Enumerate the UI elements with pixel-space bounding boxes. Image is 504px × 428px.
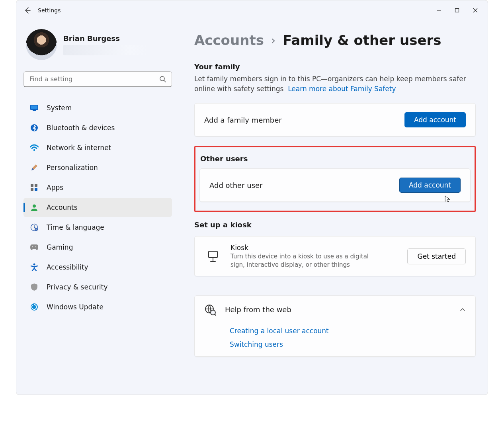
- sidebar-item-gaming[interactable]: Gaming: [23, 238, 172, 257]
- network-icon: [30, 143, 39, 152]
- svg-point-16: [33, 264, 35, 266]
- sidebar-item-label: Time & language: [47, 223, 104, 231]
- chevron-up-icon: [459, 307, 466, 313]
- svg-point-1: [160, 76, 164, 81]
- help-link-switching-users[interactable]: Switching users: [230, 340, 466, 348]
- help-title: Help from the web: [225, 305, 291, 314]
- sidebar-item-label: Gaming: [47, 243, 73, 251]
- main-content: Accounts › Family & other users Your fam…: [178, 20, 488, 395]
- add-family-account-button[interactable]: Add account: [404, 112, 466, 127]
- sidebar-item-accessibility[interactable]: Accessibility: [23, 258, 172, 277]
- breadcrumb-parent[interactable]: Accounts: [194, 32, 264, 48]
- maximize-icon: [455, 8, 459, 13]
- window-controls: [430, 4, 484, 17]
- sidebar-item-time[interactable]: Time & language: [23, 218, 172, 237]
- back-arrow-icon: [23, 6, 31, 14]
- sidebar-item-label: Windows Update: [47, 303, 104, 311]
- accessibility-icon: [30, 263, 39, 272]
- sidebar-item-update[interactable]: Windows Update: [23, 297, 172, 317]
- system-icon: [30, 104, 39, 112]
- app-title: Settings: [35, 7, 61, 14]
- search-box[interactable]: [23, 71, 172, 87]
- sidebar-item-accounts[interactable]: Accounts: [23, 198, 172, 217]
- add-family-member-card: Add a family member Add account: [194, 103, 476, 137]
- svg-rect-7: [31, 184, 33, 187]
- svg-rect-10: [35, 188, 37, 191]
- sidebar-item-label: System: [47, 104, 72, 112]
- other-users-highlight: Other users Add other user Add account: [194, 146, 476, 212]
- privacy-icon: [30, 283, 39, 291]
- time-icon: [30, 223, 39, 232]
- profile-email-redacted: [63, 45, 147, 55]
- settings-window: Settings Brian Burgess: [16, 0, 488, 395]
- sidebar-item-label: Apps: [47, 184, 63, 192]
- add-other-user-card: Add other user Add account: [199, 168, 471, 202]
- other-users-title: Other users: [200, 154, 471, 163]
- close-icon: [473, 8, 478, 13]
- breadcrumb-current: Family & other users: [283, 32, 441, 48]
- breadcrumb: Accounts › Family & other users: [194, 32, 476, 48]
- update-icon: [30, 303, 39, 311]
- family-section-title: Your family: [194, 63, 476, 71]
- svg-point-14: [32, 246, 33, 247]
- kiosk-title: Kiosk: [231, 244, 382, 252]
- kiosk-icon: [204, 248, 222, 265]
- chevron-right-icon: ›: [271, 34, 275, 47]
- svg-rect-18: [209, 251, 217, 258]
- profile-block[interactable]: Brian Burgess: [23, 27, 172, 67]
- sidebar-item-personalization[interactable]: Personalization: [23, 158, 172, 177]
- sidebar-item-bluetooth[interactable]: Bluetooth & devices: [23, 118, 172, 137]
- sidebar: Brian Burgess System Bluetooth & devices: [16, 20, 178, 395]
- close-button[interactable]: [466, 4, 484, 17]
- search-input[interactable]: [23, 71, 172, 87]
- search-icon: [159, 76, 166, 83]
- sidebar-item-label: Bluetooth & devices: [47, 124, 115, 132]
- sidebar-item-label: Accounts: [47, 203, 78, 211]
- sidebar-nav: System Bluetooth & devices Network & int…: [23, 98, 172, 317]
- sidebar-item-network[interactable]: Network & internet: [23, 138, 172, 157]
- bluetooth-icon: [30, 123, 39, 132]
- svg-rect-8: [35, 184, 37, 187]
- personalization-icon: [30, 163, 39, 172]
- svg-point-6: [33, 149, 35, 151]
- sidebar-item-privacy[interactable]: Privacy & security: [23, 278, 172, 297]
- svg-point-11: [33, 205, 36, 208]
- avatar: [26, 29, 57, 60]
- sidebar-item-label: Privacy & security: [47, 283, 108, 291]
- minimize-button[interactable]: [430, 4, 448, 17]
- svg-rect-0: [455, 9, 459, 12]
- family-section-desc: Let family members sign in to this PC—or…: [194, 74, 476, 94]
- svg-rect-9: [31, 188, 33, 191]
- sidebar-item-label: Network & internet: [47, 144, 111, 152]
- help-link-local-account[interactable]: Creating a local user account: [230, 327, 466, 335]
- svg-rect-4: [33, 110, 36, 111]
- cursor-icon: [444, 195, 452, 203]
- add-other-user-label: Add other user: [209, 181, 263, 190]
- apps-icon: [30, 183, 39, 192]
- maximize-button[interactable]: [448, 4, 466, 17]
- back-button[interactable]: [20, 2, 35, 18]
- svg-rect-3: [31, 106, 37, 109]
- accounts-icon: [30, 203, 39, 212]
- help-links: Creating a local user account Switching …: [195, 324, 475, 356]
- add-other-account-button[interactable]: Add account: [399, 178, 461, 193]
- kiosk-card: Kiosk Turn this device into a kiosk to u…: [194, 236, 476, 276]
- kiosk-section-title: Set up a kiosk: [194, 221, 476, 229]
- titlebar: Settings: [16, 0, 488, 20]
- sidebar-item-system[interactable]: System: [23, 98, 172, 117]
- sidebar-item-apps[interactable]: Apps: [23, 178, 172, 197]
- kiosk-desc: Turn this device into a kiosk to use as …: [231, 252, 382, 269]
- gaming-icon: [30, 243, 39, 252]
- sidebar-item-label: Accessibility: [47, 263, 88, 271]
- sidebar-item-label: Personalization: [47, 164, 98, 172]
- help-web-icon: [204, 304, 216, 316]
- add-family-label: Add a family member: [204, 116, 282, 124]
- svg-point-15: [35, 246, 36, 247]
- kiosk-get-started-button[interactable]: Get started: [407, 248, 466, 264]
- help-card: Help from the web Creating a local user …: [194, 295, 476, 357]
- help-header[interactable]: Help from the web: [195, 296, 475, 324]
- family-safety-link[interactable]: Learn more about Family Safety: [288, 85, 396, 93]
- minimize-icon: [436, 8, 441, 13]
- profile-name: Brian Burgess: [63, 34, 147, 43]
